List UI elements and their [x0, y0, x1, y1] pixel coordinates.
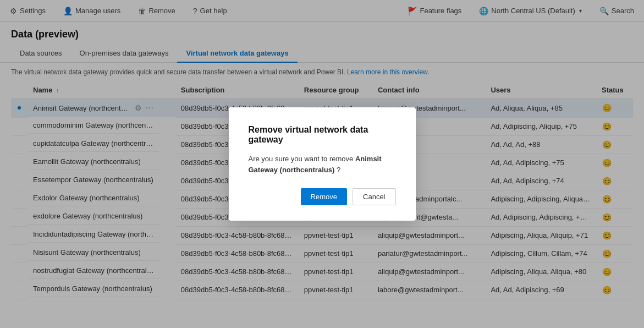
modal-overlay: Remove virtual network data gateway Are …: [0, 0, 644, 299]
modal-body: Are you sure you want to remove Animsit …: [249, 154, 396, 175]
modal-actions: Remove Cancel: [249, 188, 396, 205]
confirm-remove-button[interactable]: Remove: [301, 188, 347, 205]
cancel-button[interactable]: Cancel: [353, 188, 395, 205]
modal-title: Remove virtual network data gateway: [249, 125, 396, 145]
remove-gateway-modal: Remove virtual network data gateway Are …: [229, 107, 416, 221]
